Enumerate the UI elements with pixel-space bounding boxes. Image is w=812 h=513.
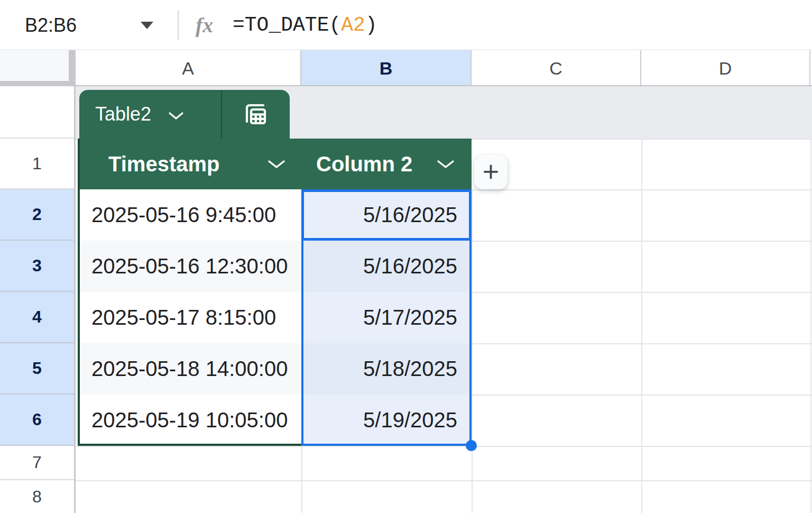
- formula-range-ref: A2: [341, 14, 365, 36]
- cell-B3[interactable]: 5/16/2025: [301, 241, 472, 292]
- cell-A5[interactable]: 2025-05-18 14:00:00: [80, 343, 301, 395]
- formula-bar-divider: [178, 11, 179, 40]
- table-name-chip[interactable]: Table2: [79, 90, 290, 139]
- formula-input[interactable]: =TO_DATE(A2): [233, 0, 377, 50]
- table-header-column2[interactable]: Column 2: [301, 139, 472, 189]
- table-left-border: [78, 139, 80, 446]
- name-box[interactable]: B2:B6: [11, 0, 137, 50]
- gridline: [472, 292, 812, 293]
- cell-B6[interactable]: 5/19/2025: [301, 395, 472, 446]
- gridline: [76, 480, 812, 481]
- cell-A4[interactable]: 2025-05-17 8:15:00: [80, 292, 301, 343]
- cell-A3[interactable]: 2025-05-16 12:30:00: [80, 241, 301, 292]
- row-header-1[interactable]: 1: [0, 139, 74, 189]
- row-header-3[interactable]: 3: [0, 241, 74, 292]
- chevron-down-icon[interactable]: [267, 159, 285, 169]
- gridline: [472, 241, 812, 242]
- cell-B2[interactable]: 5/16/2025: [301, 189, 472, 241]
- name-box-value: B2:B6: [25, 14, 77, 36]
- cell-A6[interactable]: 2025-05-19 10:05:00: [80, 395, 301, 446]
- table-header-timestamp-label: Timestamp: [108, 152, 219, 176]
- table-header-row: Timestamp Column 2: [78, 139, 472, 189]
- spreadsheet-app: B2:B6 fx =TO_DATE(A2) A B C D 1 2 3 4 5 …: [0, 0, 812, 513]
- add-column-button[interactable]: +: [474, 155, 508, 189]
- table-options-button[interactable]: [222, 90, 290, 139]
- row-header-right-border: [74, 86, 76, 513]
- cell-B4[interactable]: 5/17/2025: [301, 292, 472, 343]
- gridline: [472, 189, 812, 190]
- table-header-timestamp[interactable]: Timestamp: [78, 139, 301, 189]
- select-all-corner[interactable]: [0, 50, 76, 86]
- name-box-dropdown-icon[interactable]: [141, 22, 153, 29]
- row-header-4[interactable]: 4: [0, 292, 74, 343]
- plus-icon: +: [483, 157, 500, 186]
- chevron-down-icon[interactable]: [437, 159, 455, 169]
- row-header-8[interactable]: 8: [0, 480, 74, 513]
- chevron-down-icon: [168, 112, 184, 120]
- gridline: [472, 395, 812, 396]
- table-grid-icon: [241, 99, 271, 129]
- fx-label: fx: [196, 13, 213, 38]
- table-bottom-border: [78, 444, 472, 446]
- table-name-label: Table2: [95, 103, 151, 125]
- column-header-D[interactable]: D: [641, 50, 810, 86]
- row-header-7[interactable]: 7: [0, 446, 74, 480]
- gridline: [810, 139, 811, 513]
- formula-suffix: ): [365, 14, 377, 36]
- formula-prefix: =TO_DATE(: [233, 14, 341, 36]
- column-header-B[interactable]: B: [301, 50, 472, 86]
- formula-bar: B2:B6 fx =TO_DATE(A2): [0, 0, 812, 50]
- gridline: [76, 446, 812, 447]
- row-header-5[interactable]: 5: [0, 343, 74, 395]
- fx-icon: fx: [196, 0, 213, 50]
- table-name-menu[interactable]: Table2: [79, 103, 221, 125]
- gridline: [472, 189, 473, 513]
- fill-handle[interactable]: [466, 440, 477, 451]
- gridline: [301, 446, 302, 513]
- row-header-6[interactable]: 6: [0, 395, 74, 446]
- cell-B5[interactable]: 5/18/2025: [301, 343, 472, 395]
- cell-A2[interactable]: 2025-05-16 9:45:00: [80, 189, 301, 241]
- select-all-corner-inner: [0, 50, 69, 81]
- row-header-2[interactable]: 2: [0, 189, 74, 241]
- gridline: [472, 343, 812, 344]
- table-header-column2-label: Column 2: [316, 152, 412, 176]
- column-header-A[interactable]: A: [76, 50, 301, 86]
- row-header-chip-row[interactable]: [0, 86, 74, 139]
- column-header-C[interactable]: C: [472, 50, 641, 86]
- gridline: [641, 139, 642, 513]
